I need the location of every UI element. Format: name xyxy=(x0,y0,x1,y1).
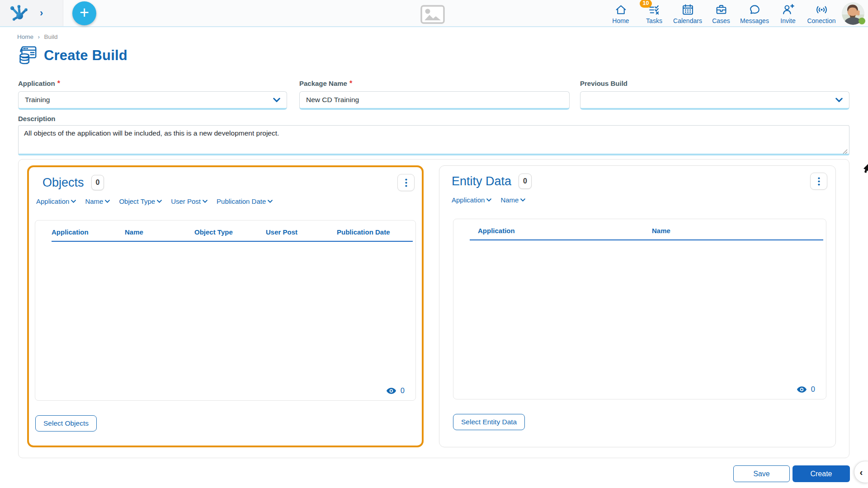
required-asterisk: * xyxy=(349,80,352,87)
filter-name[interactable]: Name xyxy=(85,197,110,205)
required-asterisk: * xyxy=(57,80,60,87)
select-objects-button[interactable]: Select Objects xyxy=(35,415,97,432)
entity-table-card: Application Name 0 xyxy=(453,219,826,399)
save-button[interactable]: Save xyxy=(733,465,790,482)
chevron-down-icon xyxy=(105,200,110,203)
page-title: Create Build xyxy=(44,47,127,64)
description-label: Description xyxy=(18,115,56,122)
create-button[interactable]: Create xyxy=(793,465,850,482)
kebab-menu-icon xyxy=(818,177,820,186)
online-status-dot xyxy=(859,18,865,24)
entity-table-header: Application Name xyxy=(453,219,826,235)
tasks-count-badge: 10 xyxy=(640,0,652,8)
home-icon xyxy=(615,3,627,16)
chevron-down-icon xyxy=(486,198,491,202)
page-header: Create Build xyxy=(15,44,127,67)
column-user-post: User Post xyxy=(266,228,337,236)
chevron-down-icon xyxy=(520,198,525,202)
column-publication-date: Publication Date xyxy=(337,228,415,236)
nav-item-invite[interactable]: Invite xyxy=(771,3,805,24)
entity-count-badge: 0 xyxy=(519,174,532,189)
filter-publication-date[interactable]: Publication Date xyxy=(217,197,273,205)
nav-item-calendars[interactable]: Calendars xyxy=(671,3,704,24)
package-name-input[interactable] xyxy=(306,96,563,104)
previous-build-label: Previous Build xyxy=(580,80,627,87)
app-logo-zone: › xyxy=(0,0,63,26)
user-avatar[interactable] xyxy=(842,2,864,25)
application-field: Application* Training xyxy=(18,80,287,110)
chevron-down-icon xyxy=(268,200,273,203)
nav-item-home[interactable]: Home xyxy=(604,3,637,24)
objects-visible-count[interactable]: 0 xyxy=(386,386,405,395)
nav-item-tasks[interactable]: 10 Tasks xyxy=(637,3,671,24)
column-name: Name xyxy=(652,227,826,235)
kebab-menu-icon xyxy=(405,178,407,187)
breadcrumb-separator: › xyxy=(38,34,40,40)
filter-user-post[interactable]: User Post xyxy=(171,197,208,205)
previous-build-field: Previous Build xyxy=(580,80,849,110)
chevron-down-icon xyxy=(203,200,208,203)
textarea-resize-handle-icon[interactable] xyxy=(841,148,848,154)
previous-build-select[interactable] xyxy=(580,91,849,110)
eye-icon xyxy=(797,386,807,393)
entity-panel-header: Entity Data 0 xyxy=(452,172,827,191)
package-name-label: Package Name xyxy=(299,80,347,87)
entity-table-body xyxy=(453,240,826,245)
entity-visible-count[interactable]: 0 xyxy=(797,385,815,394)
top-bar: › + Home 10 xyxy=(0,0,868,27)
build-package-icon xyxy=(15,44,38,67)
column-name: Name xyxy=(125,228,194,236)
entity-panel-title: Entity Data xyxy=(452,174,511,188)
mouse-cursor xyxy=(863,164,868,175)
nav-item-cases[interactable]: Cases xyxy=(704,3,738,24)
application-select[interactable]: Training xyxy=(18,91,287,110)
side-panel-collapse-tab[interactable]: ‹ xyxy=(854,461,868,483)
column-application: Application xyxy=(478,227,652,235)
application-label: Application xyxy=(18,80,55,87)
application-select-value: Training xyxy=(25,96,50,104)
objects-menu-button[interactable] xyxy=(397,174,415,191)
briefcase-icon xyxy=(715,3,727,16)
add-new-button[interactable]: + xyxy=(72,1,96,25)
signal-icon xyxy=(816,3,828,16)
breadcrumb-home-link[interactable]: Home xyxy=(17,33,33,40)
objects-count-badge: 0 xyxy=(91,175,104,190)
objects-table-card: Application Name Object Type User Post P… xyxy=(35,220,416,401)
main-nav: Home 10 Tasks xyxy=(604,3,838,24)
objects-filters: Application Name Object Type User Post P… xyxy=(36,197,273,205)
chevron-down-icon xyxy=(273,98,280,103)
filter-application[interactable]: Application xyxy=(452,196,491,204)
nav-item-messages[interactable]: Messages xyxy=(738,3,771,24)
filter-name[interactable]: Name xyxy=(500,196,525,204)
chat-bubble-icon xyxy=(749,3,761,16)
chevron-down-icon xyxy=(157,200,162,203)
package-name-field: Package Name* xyxy=(299,80,570,110)
app-logo-icon[interactable] xyxy=(7,3,28,23)
chevron-down-icon xyxy=(71,200,76,203)
logo-image-placeholder-icon xyxy=(420,5,445,24)
entity-filters: Application Name xyxy=(452,196,525,204)
filter-application[interactable]: Application xyxy=(36,197,76,205)
tasks-icon: 10 xyxy=(648,3,660,16)
objects-table-body xyxy=(35,242,415,246)
entity-data-panel: Entity Data 0 Application Name Applicati… xyxy=(439,165,836,447)
package-name-inputbox xyxy=(299,91,570,110)
objects-panel: Objects 0 Application Name Object Type U… xyxy=(27,165,424,447)
objects-panel-header: Objects 0 xyxy=(42,173,415,192)
objects-table-header: Application Name Object Type User Post P… xyxy=(35,221,415,236)
chevron-left-icon: ‹ xyxy=(860,467,863,478)
objects-panel-title: Objects xyxy=(42,176,84,190)
breadcrumb-current: Build xyxy=(44,33,58,40)
select-entity-data-button[interactable]: Select Entity Data xyxy=(453,414,525,430)
column-object-type: Object Type xyxy=(194,228,266,236)
description-textarea[interactable]: All objects of the application will be i… xyxy=(18,125,849,155)
sidebar-expand-chevron-icon[interactable]: › xyxy=(40,8,43,18)
filter-object-type[interactable]: Object Type xyxy=(119,197,162,205)
breadcrumb: Home › Build xyxy=(17,33,58,40)
entity-menu-button[interactable] xyxy=(810,173,827,190)
person-add-icon xyxy=(782,3,794,16)
eye-icon xyxy=(386,387,396,394)
nav-item-conection[interactable]: Conection xyxy=(805,3,838,24)
plus-icon: + xyxy=(80,3,89,22)
calendar-icon xyxy=(682,3,694,16)
